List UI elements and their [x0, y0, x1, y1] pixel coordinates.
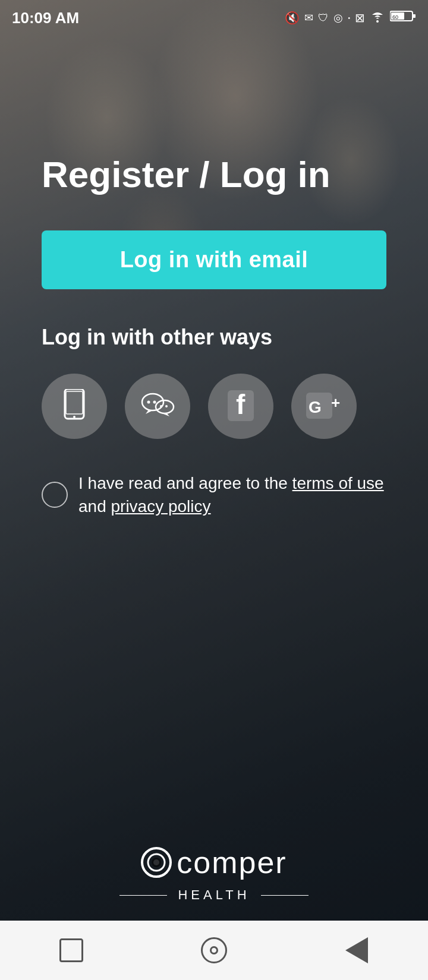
terms-checkbox[interactable]	[42, 482, 68, 508]
svg-point-0	[376, 20, 379, 23]
facebook-login-button[interactable]: f	[208, 374, 273, 439]
health-line-left	[119, 895, 167, 896]
wechat-icon	[140, 390, 175, 423]
wifi-icon	[370, 11, 385, 26]
status-bar: 10:09 AM 🔇 ✉ 🛡 ◎ • ⊠ 60	[0, 0, 428, 36]
health-line-right	[261, 895, 309, 896]
facebook-icon: f	[228, 390, 254, 423]
google-plus-login-button[interactable]: G +	[291, 374, 357, 439]
location-icon: ◎	[333, 11, 343, 24]
shield-icon: 🛡	[318, 12, 329, 24]
privacy-policy-link[interactable]: privacy policy	[111, 497, 211, 516]
terms-row: I have read and agree to the terms of us…	[42, 472, 386, 518]
svg-point-7	[73, 416, 75, 418]
battery-x-icon: ⊠	[355, 11, 365, 25]
triangle-icon	[345, 937, 368, 963]
logo-section: comper HEALTH	[0, 845, 428, 903]
other-ways-label: Log in with other ways	[42, 325, 386, 350]
status-time: 10:09 AM	[12, 9, 79, 27]
brand-logo: comper	[141, 845, 287, 880]
svg-point-12	[160, 405, 162, 407]
terms-of-use-link[interactable]: terms of use	[292, 474, 384, 492]
mute-icon: 🔇	[285, 11, 300, 25]
svg-point-9	[156, 400, 174, 413]
svg-point-11	[153, 400, 156, 403]
bottom-nav	[0, 921, 428, 980]
nav-home-button[interactable]	[196, 932, 232, 968]
svg-rect-6	[66, 391, 83, 414]
notification-icon: ✉	[304, 11, 313, 24]
brand-name: comper	[177, 845, 287, 880]
status-icons: 🔇 ✉ 🛡 ◎ • ⊠ 60	[285, 10, 416, 26]
email-login-button[interactable]: Log in with email	[42, 230, 386, 289]
dot-icon: •	[348, 15, 350, 21]
svg-point-10	[147, 400, 150, 403]
svg-text:+: +	[331, 394, 340, 412]
phone-login-button[interactable]	[42, 374, 107, 439]
health-text: HEALTH	[178, 887, 250, 903]
svg-point-19	[148, 854, 165, 871]
svg-point-20	[153, 859, 159, 865]
svg-rect-2	[413, 14, 416, 18]
svg-point-13	[165, 405, 168, 407]
svg-point-8	[142, 394, 163, 410]
svg-text:f: f	[236, 390, 246, 420]
svg-text:G: G	[309, 398, 322, 416]
circle-inner-icon	[210, 946, 218, 954]
social-icons-row: f G +	[42, 374, 386, 439]
circle-icon	[201, 937, 227, 963]
phone-icon	[60, 389, 89, 424]
google-plus-icon: G +	[306, 393, 342, 421]
nav-back-button[interactable]	[339, 932, 374, 968]
logo-c-icon	[141, 847, 172, 878]
main-content: Register / Log in Log in with email Log …	[0, 36, 428, 921]
page-title: Register / Log in	[42, 154, 386, 195]
health-label: HEALTH	[119, 887, 308, 903]
nav-square-button[interactable]	[54, 932, 89, 968]
battery-icon: 60	[390, 10, 416, 26]
terms-text: I have read and agree to the terms of us…	[78, 472, 386, 518]
wechat-login-button[interactable]	[125, 374, 190, 439]
svg-text:60: 60	[392, 14, 398, 20]
square-icon	[59, 938, 83, 962]
